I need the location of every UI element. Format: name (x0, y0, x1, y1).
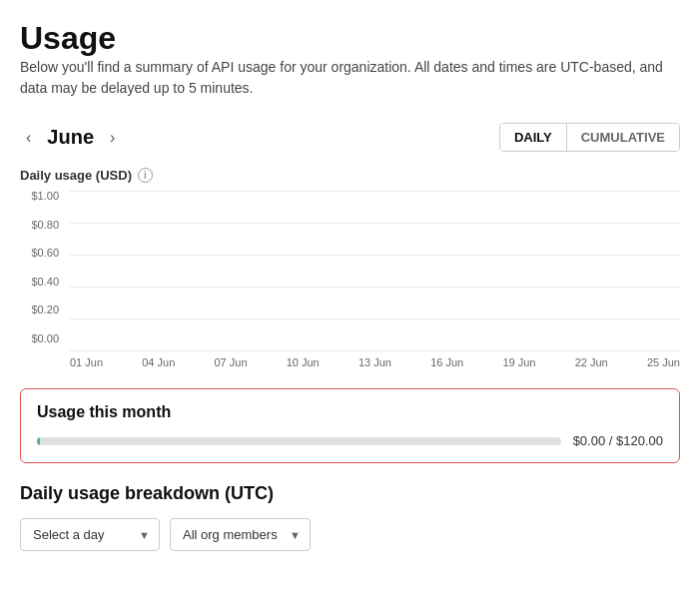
chart-title: Daily usage (USD) i (20, 168, 680, 183)
x-label-4: 10 Jun (287, 356, 320, 368)
grid-line-2 (70, 223, 680, 224)
breakdown-filters: Select a day ▼ All org members ▼ (20, 518, 680, 551)
x-label-7: 19 Jun (502, 356, 535, 368)
grid-lines (70, 191, 680, 350)
grid-line-5 (70, 318, 680, 319)
bars-area (70, 191, 680, 350)
x-label-9: 25 Jun (647, 356, 680, 368)
chart-plot: 01 Jun 04 Jun 07 Jun 10 Jun 13 Jun 16 Ju… (70, 191, 680, 368)
page-description: Below you'll find a summary of API usage… (20, 57, 679, 99)
member-select-wrapper: All org members ▼ (170, 518, 311, 551)
y-axis: $1.00 $0.80 $0.60 $0.40 $0.20 $0.00 (20, 191, 65, 344)
progress-text: $0.00 / $120.00 (573, 433, 663, 448)
x-axis: 01 Jun 04 Jun 07 Jun 10 Jun 13 Jun 16 Ju… (70, 350, 680, 368)
x-label-8: 22 Jun (575, 356, 608, 368)
current-month: June (47, 126, 94, 149)
y-label-3: $0.60 (31, 248, 59, 259)
grid-line-4 (70, 287, 680, 288)
member-select[interactable]: All org members (170, 518, 311, 551)
usage-this-month-section: Usage this month $0.00 / $120.00 (20, 388, 680, 463)
progress-bar-fill (37, 437, 40, 445)
grid-line-1 (70, 191, 680, 192)
chart-info-icon: i (138, 168, 153, 183)
x-label-2: 04 Jun (142, 356, 175, 368)
prev-month-button[interactable]: ‹ (20, 127, 37, 149)
usage-month-title: Usage this month (37, 403, 663, 421)
next-month-button[interactable]: › (104, 127, 121, 149)
y-label-5: $0.20 (31, 304, 59, 315)
y-label-2: $0.80 (31, 220, 59, 231)
day-select-wrapper: Select a day ▼ (20, 518, 160, 551)
x-label-6: 16 Jun (430, 356, 463, 368)
view-toggle: DAILY CUMULATIVE (499, 123, 680, 152)
chart-wrapper: $1.00 $0.80 $0.60 $0.40 $0.20 $0.00 (20, 191, 680, 368)
daily-toggle-button[interactable]: DAILY (500, 124, 567, 151)
progress-bar-background (37, 437, 561, 445)
usage-chart: Daily usage (USD) i $1.00 $0.80 $0.60 $0… (20, 168, 680, 368)
breakdown-section: Daily usage breakdown (UTC) Select a day… (20, 483, 680, 551)
progress-row: $0.00 / $120.00 (37, 433, 663, 448)
grid-line-6 (70, 350, 680, 351)
y-label-1: $1.00 (31, 191, 59, 202)
day-select[interactable]: Select a day (20, 518, 160, 551)
cumulative-toggle-button[interactable]: CUMULATIVE (567, 124, 679, 151)
x-label-3: 07 Jun (214, 356, 247, 368)
grid-line-3 (70, 255, 680, 256)
page-title: Usage (20, 20, 680, 57)
x-label-1: 01 Jun (70, 356, 103, 368)
breakdown-title: Daily usage breakdown (UTC) (20, 483, 680, 504)
x-label-5: 13 Jun (358, 356, 391, 368)
y-label-6: $0.00 (31, 333, 59, 344)
y-label-4: $0.40 (31, 277, 59, 288)
month-navigation: ‹ June › DAILY CUMULATIVE (20, 123, 680, 152)
